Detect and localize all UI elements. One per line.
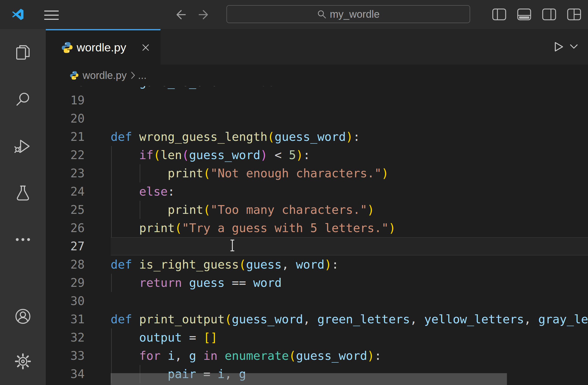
line-number[interactable]: 23 [46, 164, 85, 182]
editor-group: wordle.py wordle.py ... [46, 29, 588, 385]
code-text: output = [] [111, 328, 217, 347]
account-icon[interactable] [14, 307, 32, 326]
explorer-icon[interactable] [14, 43, 32, 62]
code-line[interactable]: 19 [46, 91, 588, 109]
code-line[interactable]: 28def is_right_guess(guess, word): [46, 255, 588, 274]
vscode-logo [11, 8, 24, 21]
python-icon [61, 41, 73, 54]
command-center-search[interactable]: my_wordle [226, 5, 470, 23]
search-icon[interactable] [14, 90, 32, 108]
code-line[interactable]: 25 print("Too many characters.") [46, 201, 588, 219]
code-text: print("Too many characters.") [111, 201, 374, 219]
code-text: else: [111, 182, 175, 201]
code-text: print("Not enough characters.") [111, 164, 389, 182]
code-text: print("Try a guess with 5 letters.") [111, 219, 396, 237]
code-line[interactable]: 20 [46, 109, 588, 128]
line-number[interactable]: 25 [46, 201, 85, 219]
code-lines: 18 game_is_over = True192021def wrong_gu… [46, 86, 588, 383]
run-icon[interactable] [554, 42, 564, 52]
chevron-right-icon [131, 71, 135, 79]
run-debug-icon[interactable] [14, 137, 32, 155]
line-number[interactable]: 27 [46, 237, 85, 255]
line-number[interactable]: 29 [46, 274, 85, 292]
tab-bar: wordle.py [46, 29, 588, 65]
code-line[interactable]: 33 for i, g in enumerate(guess_word): [46, 347, 588, 365]
line-number[interactable]: 28 [46, 255, 85, 274]
customize-layout-icon[interactable] [567, 7, 581, 22]
line-number[interactable]: 26 [46, 219, 85, 237]
code-line[interactable]: 26 print("Try a guess with 5 letters.") [46, 219, 588, 237]
title-bar: my_wordle [0, 0, 588, 29]
code-text: def print_output(guess_word, green_lette… [111, 310, 588, 328]
code-line[interactable]: 21def wrong_guess_length(guess_word): [46, 128, 588, 146]
toggle-secondary-sidebar-icon[interactable] [542, 7, 556, 22]
breadcrumb: wordle.py ... [46, 65, 588, 86]
breadcrumb-file[interactable]: wordle.py [83, 70, 127, 81]
manage-gear-icon[interactable] [14, 352, 32, 371]
arrow-left-icon[interactable] [174, 8, 186, 21]
code-text: for i, g in enumerate(guess_word): [111, 347, 381, 365]
activity-bar [0, 29, 46, 385]
testing-icon[interactable] [14, 184, 32, 202]
line-number[interactable]: 32 [46, 328, 85, 347]
chevron-down-icon[interactable] [570, 44, 578, 49]
hamburger-icon[interactable] [44, 10, 59, 19]
code-text: def wrong_guess_length(guess_word): [111, 128, 360, 146]
line-number[interactable]: 34 [46, 365, 85, 383]
search-icon [317, 10, 326, 19]
toggle-primary-sidebar-icon[interactable] [492, 7, 506, 22]
code-line[interactable]: 27 [46, 237, 588, 255]
close-icon[interactable] [142, 43, 150, 52]
code-text: game_is_over = True [111, 86, 275, 91]
line-number[interactable]: 31 [46, 310, 85, 328]
line-number[interactable]: 20 [46, 109, 85, 128]
code-line[interactable]: 23 print("Not enough characters.") [46, 164, 588, 182]
code-line[interactable]: 29 return guess == word [46, 274, 588, 292]
more-views-icon[interactable] [14, 230, 32, 249]
line-number[interactable]: 19 [46, 91, 85, 109]
line-number[interactable]: 22 [46, 146, 85, 164]
breadcrumb-more[interactable]: ... [138, 70, 146, 81]
line-number[interactable]: 33 [46, 347, 85, 365]
search-value: my_wordle [330, 8, 380, 20]
code-line[interactable]: 24 else: [46, 182, 588, 201]
mouse-ibeam-cursor-icon [229, 240, 236, 251]
horizontal-scrollbar[interactable] [111, 373, 507, 385]
line-number[interactable]: 24 [46, 182, 85, 201]
code-line[interactable]: 31def print_output(guess_word, green_let… [46, 310, 588, 328]
code-line[interactable]: 22 if(len(guess_word) < 5): [46, 146, 588, 164]
tab-wordle-py[interactable]: wordle.py [46, 29, 161, 65]
code-line[interactable]: 30 [46, 292, 588, 310]
code-line[interactable]: 32 output = [] [46, 328, 588, 347]
arrow-right-icon[interactable] [198, 8, 210, 21]
code-editor[interactable]: 18 game_is_over = True192021def wrong_gu… [46, 86, 588, 385]
toggle-panel-icon[interactable] [517, 7, 531, 22]
python-icon [69, 71, 79, 80]
code-line[interactable]: 18 game_is_over = True [46, 86, 588, 91]
tab-label: wordle.py [77, 41, 126, 54]
line-number[interactable]: 18 [46, 86, 85, 91]
line-number[interactable]: 21 [46, 128, 85, 146]
code-text: return guess == word [111, 274, 282, 292]
line-number[interactable]: 30 [46, 292, 85, 310]
code-text: def is_right_guess(guess, word): [111, 255, 339, 274]
code-text: if(len(guess_word) < 5): [111, 146, 310, 164]
